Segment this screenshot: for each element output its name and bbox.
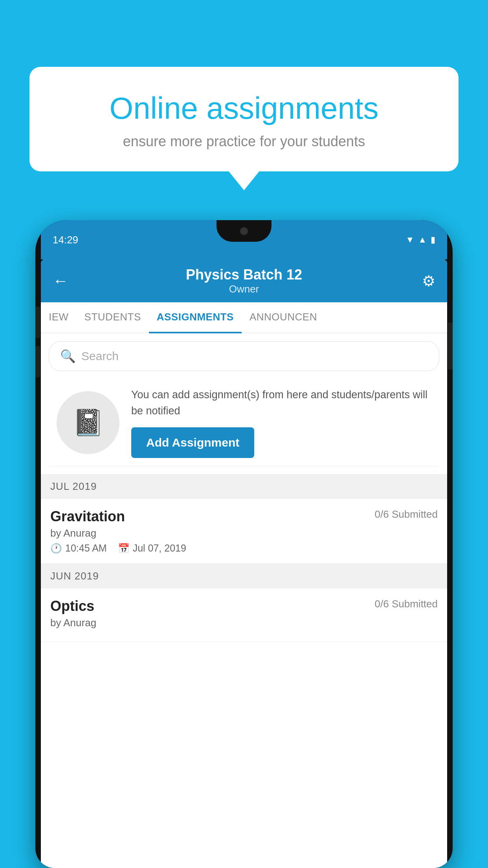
tab-students[interactable]: STUDENTS <box>77 302 149 333</box>
empty-text-area: You can add assignment(s) from here and … <box>131 387 431 458</box>
assignment-name-gravitation: Gravitation <box>50 508 125 525</box>
empty-state-card: 📓 You can add assignment(s) from here an… <box>49 379 439 466</box>
tabs-bar: IEW STUDENTS ASSIGNMENTS ANNOUNCEN <box>41 302 447 333</box>
assignment-by-optics: by Anurag <box>50 617 438 629</box>
signal-icon: ▲ <box>418 235 427 245</box>
search-bar[interactable]: 🔍 Search <box>49 341 439 371</box>
assignment-item-optics[interactable]: Optics 0/6 Submitted by Anurag <box>41 588 447 642</box>
assignment-name-optics: Optics <box>50 598 94 614</box>
back-button[interactable]: ← <box>53 272 72 290</box>
assignment-submitted-gravitation: 0/6 Submitted <box>375 508 438 520</box>
tab-assignments[interactable]: ASSIGNMENTS <box>149 302 242 333</box>
header-subtitle: Owner <box>72 283 416 295</box>
status-icons: ▼ ▲ ▮ <box>405 235 435 245</box>
header-center: Physics Batch 12 Owner <box>72 267 416 295</box>
assignment-submitted-optics: 0/6 Submitted <box>375 598 438 610</box>
tab-iew[interactable]: IEW <box>41 302 77 333</box>
tab-announcements[interactable]: ANNOUNCEN <box>242 302 325 333</box>
assignment-meta-gravitation: 🕐 10:45 AM 📅 Jul 07, 2019 <box>50 542 438 554</box>
assignment-row1-optics: Optics 0/6 Submitted <box>50 598 438 614</box>
calendar-icon: 📅 <box>118 543 130 554</box>
settings-icon[interactable]: ⚙ <box>416 272 435 290</box>
assignment-item-gravitation[interactable]: Gravitation 0/6 Submitted by Anurag 🕐 10… <box>41 499 447 564</box>
status-time: 14:29 <box>53 234 78 246</box>
section-header-jun: JUN 2019 <box>41 564 447 588</box>
volume-down-button <box>35 346 40 377</box>
speech-title: Online assignments <box>57 90 431 126</box>
speech-bubble: Online assignments ensure more practice … <box>29 67 459 171</box>
clock-icon: 🕐 <box>50 543 62 554</box>
phone-frame: 14:29 ▼ ▲ ▮ ← Physics Batch 12 Owner ⚙ I… <box>35 220 453 868</box>
header-title: Physics Batch 12 <box>72 267 416 283</box>
volume-up-button <box>35 307 40 338</box>
screen-content[interactable]: 🔍 Search 📓 You can add assignment(s) fro… <box>41 333 447 868</box>
speech-bubble-container: Online assignments ensure more practice … <box>29 67 459 171</box>
battery-icon: ▮ <box>431 235 435 245</box>
section-header-jul: JUL 2019 <box>41 474 447 499</box>
search-icon: 🔍 <box>60 349 76 364</box>
speech-subtitle: ensure more practice for your students <box>57 133 431 150</box>
assignment-row1: Gravitation 0/6 Submitted <box>50 508 438 525</box>
phone-screen: ← Physics Batch 12 Owner ⚙ IEW STUDENTS … <box>41 259 447 868</box>
search-input[interactable]: Search <box>81 349 119 363</box>
app-header: ← Physics Batch 12 Owner ⚙ <box>41 259 447 302</box>
empty-icon-circle: 📓 <box>57 391 119 454</box>
power-button <box>448 322 453 370</box>
assignment-date-gravitation: 📅 Jul 07, 2019 <box>118 542 186 554</box>
phone-notch <box>216 220 272 242</box>
assignment-by-gravitation: by Anurag <box>50 527 438 539</box>
assignment-time-gravitation: 🕐 10:45 AM <box>50 542 107 554</box>
notebook-icon: 📓 <box>72 408 104 438</box>
empty-description: You can add assignment(s) from here and … <box>131 387 431 419</box>
add-assignment-button[interactable]: Add Assignment <box>131 427 254 458</box>
wifi-icon: ▼ <box>405 235 414 245</box>
camera-notch <box>240 227 248 235</box>
